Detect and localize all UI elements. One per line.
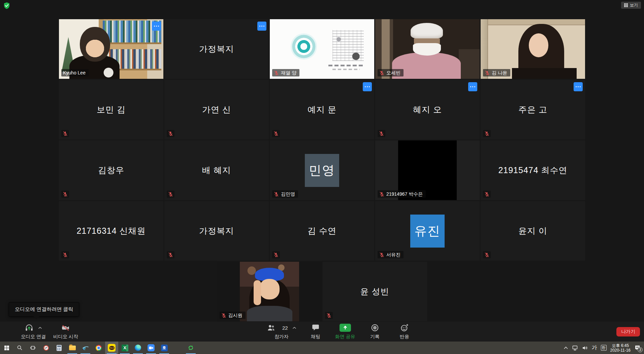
participant-tile[interactable]: 가정복지 — [164, 19, 269, 79]
audio-tooltip: 오디오에 연결하려면 클릭 — [9, 302, 79, 317]
participant-name: Kyuho Lee — [63, 70, 86, 75]
participant-tile[interactable]: 윤지 이 — [481, 201, 585, 261]
clock-time: 오후 6:45 — [610, 343, 631, 348]
system-tray: 가 한 오후 6:45 2020-11-16 3 — [564, 343, 644, 353]
reactions-label: 반응 — [400, 334, 409, 340]
muted-mic-icon — [379, 192, 384, 197]
action-center-icon[interactable]: 3 — [634, 345, 641, 351]
participant-tile[interactable]: 오세빈 — [375, 19, 480, 79]
view-button-label: 보기 — [630, 2, 638, 8]
tile-more-options-button[interactable] — [574, 82, 583, 91]
taskbar-internet-explorer-icon[interactable]: e — [79, 342, 92, 354]
participants-icon — [267, 323, 276, 332]
taskbar-clock[interactable]: 오후 6:45 2020-11-16 — [610, 343, 631, 353]
headphones-join-audio-icon — [25, 323, 34, 332]
participant-tile[interactable]: 혜지 오 — [375, 80, 480, 139]
taskbar-edge-icon[interactable] — [131, 342, 144, 354]
taskbar-task-view-icon[interactable] — [26, 342, 39, 354]
taskbar-excel-icon[interactable]: X — [118, 342, 131, 354]
taskbar-kakaotalk-icon[interactable]: TALK — [105, 342, 118, 354]
participant-name: 오세빈 — [386, 70, 400, 75]
speaker-volume-icon[interactable] — [582, 345, 588, 351]
participant-name-tag: 김시원 — [220, 312, 246, 319]
taskbar-sync-app-icon[interactable] — [184, 342, 197, 354]
participants-caret-icon[interactable] — [292, 327, 296, 329]
tile-more-options-button[interactable] — [468, 82, 477, 91]
participant-tile[interactable]: 윤 성빈 — [323, 262, 427, 321]
participant-tile[interactable]: 민영김민영 — [270, 140, 374, 200]
share-screen-label: 화면 공유 — [335, 334, 355, 340]
notification-count-badge: 3 — [638, 347, 643, 352]
participant-tile[interactable]: 김창우 — [59, 140, 163, 200]
tile-more-options-button[interactable] — [363, 82, 372, 91]
participant-name-tag: 서유진 — [378, 251, 404, 258]
taskbar-chrome-icon[interactable] — [92, 342, 105, 354]
chat-button[interactable]: 채팅 — [305, 322, 326, 342]
participant-tile[interactable]: 유진서유진 — [375, 201, 480, 261]
reactions-button[interactable]: 반응 — [394, 322, 415, 342]
participant-name: 주은 고 — [481, 80, 585, 139]
participant-name: 김시원 — [228, 313, 243, 318]
view-button[interactable]: 보기 — [621, 2, 641, 9]
gallery-row: 김창우배 혜지민영김민영21914967 박수은21915474 최수연 — [0, 140, 644, 200]
muted-mic-badge — [483, 251, 491, 258]
participant-name: 배 혜지 — [164, 140, 269, 200]
security-shield-icon[interactable] — [3, 2, 10, 9]
participant-tile[interactable]: 보민 김 — [59, 80, 163, 139]
share-screen-button[interactable]: 화면 공유 — [335, 322, 356, 342]
leave-meeting-button[interactable]: 나가기 — [616, 327, 640, 336]
participant-tile[interactable]: 배 혜지 — [164, 140, 269, 200]
muted-mic-badge — [61, 130, 69, 137]
participant-tile[interactable]: 가연 신 — [164, 80, 269, 139]
record-button[interactable]: 기록 — [364, 322, 385, 342]
participant-tile[interactable]: 21716314 신채원 — [59, 201, 163, 261]
audio-tooltip-text: 오디오에 연결하려면 클릭 — [15, 306, 73, 312]
taskbar-file-explorer-icon[interactable] — [66, 342, 79, 354]
participant-gallery: Kyuho Lee가정복지재열 양오세빈김 나윤보민 김가연 신예지 문혜지 오… — [0, 19, 644, 321]
muted-mic-icon — [484, 192, 489, 197]
participant-tile[interactable]: 김 나윤 — [481, 19, 585, 79]
taskbar-calculator-icon[interactable] — [53, 342, 66, 354]
participant-tile[interactable]: 주은 고 — [481, 80, 585, 139]
participant-tile[interactable]: Kyuho Lee — [59, 19, 163, 79]
taskbar-snipping-tool-icon[interactable]: ✂ — [39, 342, 53, 354]
audio-options-caret-icon[interactable] — [38, 327, 42, 329]
participant-tile[interactable]: 21915474 최수연 — [481, 140, 585, 200]
muted-mic-badge — [272, 251, 280, 258]
participant-name-tag: 오세빈 — [378, 69, 404, 76]
participant-name: 가연 신 — [164, 80, 269, 139]
start-video-button[interactable]: 비디오 시작 — [53, 322, 78, 342]
network-display-icon[interactable] — [572, 345, 578, 351]
taskbar-windows-start-icon[interactable] — [0, 342, 13, 354]
participant-tile[interactable]: 21914967 박수은 — [375, 140, 480, 200]
participants-button[interactable]: 22 참가자 — [267, 322, 296, 342]
participant-tile[interactable]: 김시원 — [217, 262, 322, 321]
ime-han-indicator[interactable]: 한 — [601, 345, 607, 351]
participant-name-tag: 21914967 박수은 — [378, 190, 426, 198]
participant-tile[interactable]: 가정복지 — [164, 201, 269, 261]
gallery-grid-icon — [624, 3, 628, 7]
muted-mic-badge — [378, 130, 385, 137]
participant-name: 예지 문 — [270, 80, 374, 139]
zoom-meeting-window: 보기 Kyuho Lee가정복지재열 양오세빈김 나윤보민 김가연 신예지 문혜… — [0, 0, 644, 354]
reactions-smiley-icon — [400, 323, 409, 332]
muted-mic-icon — [168, 131, 173, 136]
muted-mic-badge — [167, 130, 174, 137]
start-video-label: 비디오 시작 — [53, 334, 78, 340]
participant-tile[interactable]: 재열 양 — [270, 19, 374, 79]
taskbar-search-icon[interactable] — [13, 342, 26, 354]
tile-more-options-button[interactable] — [257, 22, 266, 31]
muted-mic-icon — [273, 252, 279, 257]
participants-label: 참가자 — [275, 334, 289, 340]
camera-off-icon — [61, 323, 70, 332]
muted-mic-badge — [325, 312, 333, 319]
tile-more-options-button[interactable] — [152, 22, 161, 31]
participant-name: 김민영 — [281, 191, 295, 197]
tray-chevron-up-icon[interactable] — [564, 346, 568, 349]
taskbar-zoom-icon[interactable] — [144, 342, 158, 354]
taskbar-hancom-office-icon[interactable]: 호 — [158, 342, 171, 354]
ime-korean-indicator[interactable]: 가 — [592, 344, 597, 351]
join-audio-button[interactable]: 오디오 연결 — [21, 322, 46, 342]
participant-tile[interactable]: 예지 문 — [270, 80, 374, 139]
participant-tile[interactable]: 김 수연 — [270, 201, 374, 261]
